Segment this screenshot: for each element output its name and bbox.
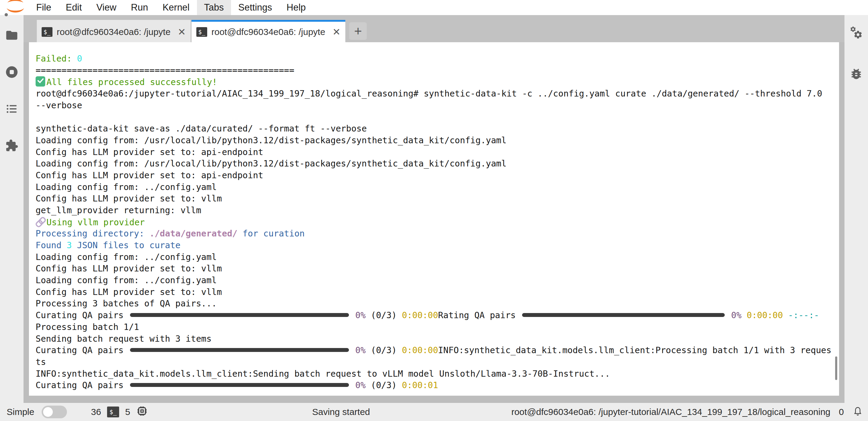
jupyter-logo — [0, 0, 29, 15]
table-of-contents-icon[interactable] — [5, 102, 19, 116]
tab-terminal-2[interactable]: $_ root@dfc96034e0a6: /jupyte ✕ — [191, 20, 345, 42]
terminal-line: Config has LLM provider set to: vllm — [36, 287, 839, 298]
terminal-count: 5 — [125, 407, 130, 417]
simple-mode-toggle[interactable] — [42, 406, 67, 418]
right-sidebar — [844, 15, 868, 403]
progress-bar — [130, 383, 349, 387]
terminal-icon: $_ — [196, 27, 207, 37]
terminal-icon: $_ — [107, 407, 119, 417]
kernel-count: 36 — [91, 407, 101, 417]
property-inspector-icon[interactable] — [849, 26, 863, 40]
menu-item-tabs[interactable]: Tabs — [197, 0, 231, 15]
debugger-icon[interactable] — [849, 67, 863, 81]
terminal-line: Curating QA pairs 0% (0/3) 0:00:00Rating… — [36, 310, 839, 322]
menu-item-view[interactable]: View — [89, 0, 124, 15]
tab-bar: $_ root@dfc96034e0a6: /jupyte ✕ $_ root@… — [24, 15, 844, 42]
link-icon — [36, 217, 46, 227]
terminal-line: Config has LLM provider set to: api-endp… — [36, 147, 839, 158]
scrollbar-thumb[interactable] — [835, 356, 837, 380]
main-area: $_ root@dfc96034e0a6: /jupyte ✕ $_ root@… — [0, 15, 868, 403]
terminal-line: Processing directory: ./data/generated/ … — [36, 228, 839, 240]
tab-label: root@dfc96034e0a6: /jupyte — [57, 27, 176, 37]
progress-bar — [130, 348, 349, 352]
terminal-line: Found 3 JSON files to curate — [36, 240, 839, 252]
close-icon[interactable]: ✕ — [332, 26, 341, 38]
terminal-frame: Failed: 0===============================… — [24, 42, 844, 403]
menu-item-run[interactable]: Run — [124, 0, 155, 15]
status-bar: Simple 36 $_ 5 Saving started root@dfc96… — [0, 403, 868, 421]
terminal-line: Config has LLM provider set to: api-endp… — [36, 170, 839, 182]
current-path: root@dfc96034e0a6: /jupyter-tutorial/AIA… — [511, 407, 830, 417]
terminal-line: Using vllm provider — [36, 217, 839, 228]
simple-mode-label: Simple — [7, 407, 34, 417]
terminal-line: Processing batch 1/1 — [36, 322, 839, 333]
terminal-line: Loading config from: ../config.yaml — [36, 252, 839, 263]
notification-count: 0 — [839, 407, 844, 417]
terminal-line: All files processed successfully! — [36, 76, 839, 88]
menu-item-help[interactable]: Help — [279, 0, 313, 15]
terminal-line: INFO:synthetic_data_kit.models.llm_clien… — [36, 368, 839, 380]
menu-item-settings[interactable]: Settings — [231, 0, 279, 15]
menu-item-edit[interactable]: Edit — [59, 0, 89, 15]
terminal-line: root@dfc96034e0a6:/jupyter-tutorial/AIAC… — [36, 88, 839, 100]
tab-label: root@dfc96034e0a6: /jupyte — [211, 27, 331, 37]
status-message: Saving started — [312, 407, 370, 417]
terminal-line: --verbose — [36, 100, 839, 111]
kernel-chip-icon — [136, 405, 148, 419]
terminal-line: Loading config from: /usr/local/lib/pyth… — [36, 158, 839, 170]
menu-item-file[interactable]: File — [29, 0, 59, 15]
terminal-line: Loading config from: ../config.yaml — [36, 182, 839, 193]
terminal-line: Config has LLM provider set to: vllm — [36, 193, 839, 205]
terminal-line: Loading config from: /usr/local/lib/pyth… — [36, 135, 839, 147]
tab-terminal-1[interactable]: $_ root@dfc96034e0a6: /jupyte ✕ — [37, 20, 191, 42]
menu-item-kernel[interactable]: Kernel — [155, 0, 197, 15]
left-sidebar — [0, 15, 24, 403]
progress-bar — [522, 313, 725, 317]
terminal-line: get_llm_provider returning: vllm — [36, 205, 839, 217]
terminal-line: Loading config from: ../config.yaml — [36, 275, 839, 287]
terminal-line: ts — [36, 356, 839, 368]
terminal-line — [36, 111, 839, 123]
close-icon[interactable]: ✕ — [178, 26, 186, 38]
terminal-line: Curating QA pairs 0% (0/3) 0:00:00INFO:s… — [36, 345, 839, 356]
center-column: $_ root@dfc96034e0a6: /jupyte ✕ $_ root@… — [24, 15, 844, 403]
terminal-line: Curating QA pairs 0% (0/3) 0:00:01 — [36, 380, 839, 391]
bell-icon[interactable] — [852, 406, 863, 419]
terminal-line: Failed: 0 — [36, 53, 839, 65]
terminal-line: ========================================… — [36, 65, 839, 76]
progress-bar — [130, 313, 349, 317]
menu-items: FileEditViewRunKernelTabsSettingsHelp — [29, 0, 313, 15]
terminal-icon: $_ — [42, 27, 53, 37]
menu-bar: FileEditViewRunKernelTabsSettingsHelp — [0, 0, 868, 15]
check-badge-icon — [36, 76, 45, 87]
extensions-icon[interactable] — [5, 139, 19, 153]
running-sessions-icon[interactable] — [5, 65, 19, 79]
terminal-line: Config has LLM provider set to: vllm — [36, 263, 839, 275]
terminal-line: synthetic-data-kit save-as ./data/curate… — [36, 123, 839, 135]
terminal-line: Sending batch request with 3 items — [36, 333, 839, 345]
folder-icon[interactable] — [5, 28, 19, 42]
terminal-line: Processing 3 batches of QA pairs... — [36, 298, 839, 310]
terminal-output[interactable]: Failed: 0===============================… — [29, 42, 839, 396]
new-tab-button[interactable]: + — [349, 22, 367, 40]
